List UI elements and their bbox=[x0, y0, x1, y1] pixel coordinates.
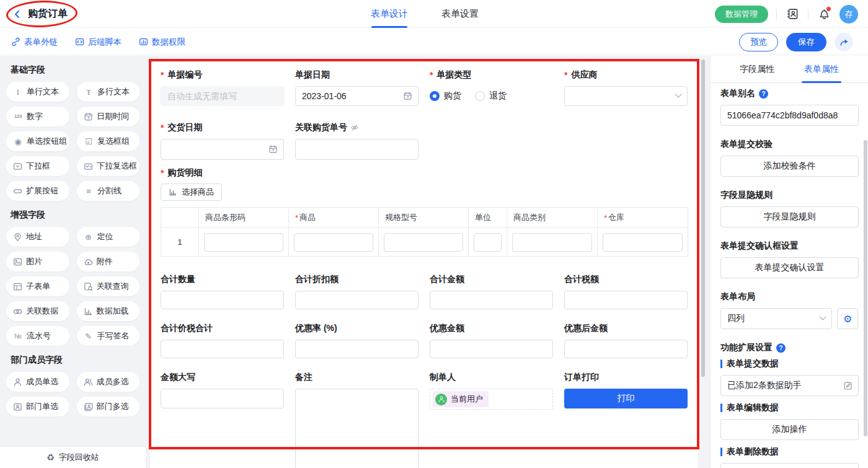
field-item-checkbox-group[interactable]: ☑复选框组 bbox=[77, 131, 140, 151]
amount-words-input[interactable] bbox=[161, 389, 284, 408]
field-supplier[interactable]: 供应商 bbox=[564, 69, 688, 106]
tab-form-props[interactable]: 表单属性 bbox=[804, 56, 839, 83]
field-after-discount[interactable]: 优惠后金额 bbox=[564, 323, 688, 358]
radio-off-icon[interactable] bbox=[475, 91, 485, 101]
field-item-single-text[interactable]: I单行文本 bbox=[6, 82, 69, 102]
field-item-attachment[interactable]: 附件 bbox=[77, 252, 140, 272]
chevron-left-icon[interactable] bbox=[12, 9, 22, 19]
question-icon[interactable]: ? bbox=[776, 343, 786, 353]
total-tax-input[interactable] bbox=[564, 291, 688, 309]
field-amount-words[interactable]: 金额大写 bbox=[161, 372, 284, 408]
remark-textarea[interactable] bbox=[295, 389, 418, 468]
tab-field-props[interactable]: 字段属性 bbox=[740, 56, 774, 83]
field-item-data-load[interactable]: 数据加载 bbox=[77, 301, 140, 321]
field-remark[interactable]: 备注 bbox=[295, 372, 418, 468]
external-link-button[interactable]: 表单外链 bbox=[11, 37, 58, 48]
spec-input[interactable] bbox=[384, 233, 463, 252]
field-discount-amount[interactable]: 优惠金额 bbox=[430, 323, 553, 358]
canvas-scrollbar[interactable] bbox=[701, 60, 705, 377]
field-total-tax[interactable]: 合计税额 bbox=[564, 274, 688, 309]
calendar-icon[interactable] bbox=[403, 92, 412, 101]
backend-script-button[interactable]: 后端脚本 bbox=[75, 37, 122, 48]
question-icon[interactable]: ? bbox=[759, 89, 768, 99]
doc-no-input[interactable] bbox=[161, 86, 284, 106]
add-delete-action-button[interactable]: 添加操作 bbox=[720, 463, 859, 468]
total-discount-input[interactable] bbox=[295, 291, 418, 309]
form-canvas[interactable]: 单据编号 单据日期 单据类型 购货 退货 bbox=[150, 60, 698, 468]
field-item-signature[interactable]: ✎手写签名 bbox=[77, 326, 140, 346]
warehouse-input[interactable] bbox=[603, 233, 683, 252]
after-discount-input[interactable] bbox=[564, 340, 688, 358]
save-button[interactable]: 保存 bbox=[786, 33, 826, 51]
field-item-number[interactable]: 123数字 bbox=[6, 107, 69, 126]
field-item-dept-multi[interactable]: 部门多选 bbox=[77, 397, 140, 417]
related-no-input[interactable] bbox=[295, 139, 418, 160]
select-product-button[interactable]: 选择商品 bbox=[161, 183, 222, 201]
doc-date-input-el[interactable] bbox=[302, 91, 412, 101]
alias-input[interactable]: 51066ea774c2bf8d9af0d8a8 bbox=[720, 105, 859, 126]
calendar-icon[interactable] bbox=[268, 145, 278, 154]
field-order-print[interactable]: 订单打印 打印 bbox=[564, 372, 688, 408]
delivery-date-input[interactable] bbox=[161, 139, 284, 160]
notification-button[interactable] bbox=[817, 7, 831, 22]
field-delivery-date[interactable]: 交货日期 bbox=[161, 122, 284, 160]
data-manage-button[interactable]: 数据管理 bbox=[715, 6, 768, 23]
field-item-member-single[interactable]: 成员单选 bbox=[6, 372, 69, 392]
back-nav[interactable]: 购货订单 bbox=[12, 0, 68, 28]
discount-amount-input[interactable] bbox=[430, 340, 553, 358]
field-purchase-detail[interactable]: 购货明细 选择商品 商品条形码 商品 规格型号 单位 商品类别 仓库 bbox=[161, 167, 688, 257]
share-button[interactable] bbox=[835, 33, 853, 51]
field-item-member-multi[interactable]: 成员多选 bbox=[77, 372, 140, 392]
field-item-datetime[interactable]: 日期时间 bbox=[77, 107, 140, 126]
submit-data-box[interactable]: 已添加2条数据助手 bbox=[720, 375, 859, 396]
avatar[interactable]: 存 bbox=[839, 5, 858, 24]
add-validation-button[interactable]: 添加校验条件 bbox=[720, 156, 859, 177]
edit-icon[interactable] bbox=[843, 381, 852, 391]
field-item-radio-group[interactable]: ◉单选按钮组 bbox=[6, 131, 69, 151]
total-amount-input[interactable] bbox=[430, 291, 553, 309]
product-input[interactable] bbox=[294, 233, 373, 252]
radio-return[interactable]: 退货 bbox=[475, 91, 507, 102]
tab-form-settings[interactable]: 表单设置 bbox=[441, 0, 479, 28]
category-input[interactable] bbox=[512, 233, 592, 252]
radio-purchase[interactable]: 购货 bbox=[430, 91, 461, 102]
field-doc-type[interactable]: 单据类型 购货 退货 bbox=[430, 69, 553, 106]
creator-box[interactable]: 当前用户 bbox=[430, 389, 553, 410]
total-qty-input[interactable] bbox=[161, 291, 284, 309]
field-total-discount[interactable]: 合计折扣额 bbox=[295, 274, 418, 309]
field-total-amount[interactable]: 合计金额 bbox=[430, 274, 553, 309]
print-button[interactable]: 打印 bbox=[564, 389, 688, 408]
field-doc-no[interactable]: 单据编号 bbox=[161, 69, 284, 106]
field-item-dropdown[interactable]: 下拉框 bbox=[6, 156, 69, 176]
visibility-rules-button[interactable]: 字段显隐规则 bbox=[720, 206, 859, 227]
field-total-qty[interactable]: 合计数量 bbox=[161, 274, 284, 309]
tab-form-design[interactable]: 表单设计 bbox=[371, 0, 408, 28]
field-item-subform[interactable]: 子表单 bbox=[6, 276, 69, 296]
field-item-image[interactable]: 图片 bbox=[6, 252, 69, 272]
field-doc-date[interactable]: 单据日期 bbox=[295, 69, 418, 106]
field-item-linked-data[interactable]: 关联数据 bbox=[6, 301, 69, 321]
total-with-tax-input[interactable] bbox=[161, 340, 284, 358]
field-item-extend-button[interactable]: 扩展按钮 bbox=[6, 181, 69, 201]
supplier-select[interactable] bbox=[564, 86, 688, 106]
field-recycle-bin[interactable]: ♻ 字段回收站 bbox=[0, 446, 146, 468]
doc-date-input[interactable] bbox=[295, 86, 418, 106]
field-item-locate[interactable]: ⊕定位 bbox=[77, 227, 140, 247]
address-book-button[interactable] bbox=[785, 7, 800, 22]
confirm-settings-button[interactable]: 表单提交确认设置 bbox=[720, 257, 859, 278]
field-item-serial-number[interactable]: №流水号 bbox=[6, 326, 69, 346]
field-related-order[interactable]: 关联购货单号 bbox=[295, 122, 418, 160]
unit-input[interactable] bbox=[474, 233, 502, 252]
layout-select[interactable]: 四列 bbox=[720, 308, 832, 329]
field-creator[interactable]: 制单人 当前用户 bbox=[430, 372, 553, 410]
field-item-address[interactable]: 地址 bbox=[6, 227, 69, 247]
radio-on-icon[interactable] bbox=[430, 91, 440, 101]
add-edit-action-button[interactable]: 添加操作 bbox=[720, 419, 859, 440]
field-total-with-tax[interactable]: 合计价税合计 bbox=[161, 323, 284, 358]
field-item-multi-text[interactable]: Ŧ多行文本 bbox=[77, 82, 140, 102]
field-discount-rate[interactable]: 优惠率 (%) bbox=[295, 323, 418, 358]
field-item-linked-query[interactable]: 关联查询 bbox=[77, 276, 140, 296]
panel-scrollbar[interactable] bbox=[864, 140, 867, 436]
field-item-multi-dropdown[interactable]: 下拉复选框 bbox=[77, 156, 140, 176]
data-permission-button[interactable]: 数据权限 bbox=[139, 37, 185, 48]
